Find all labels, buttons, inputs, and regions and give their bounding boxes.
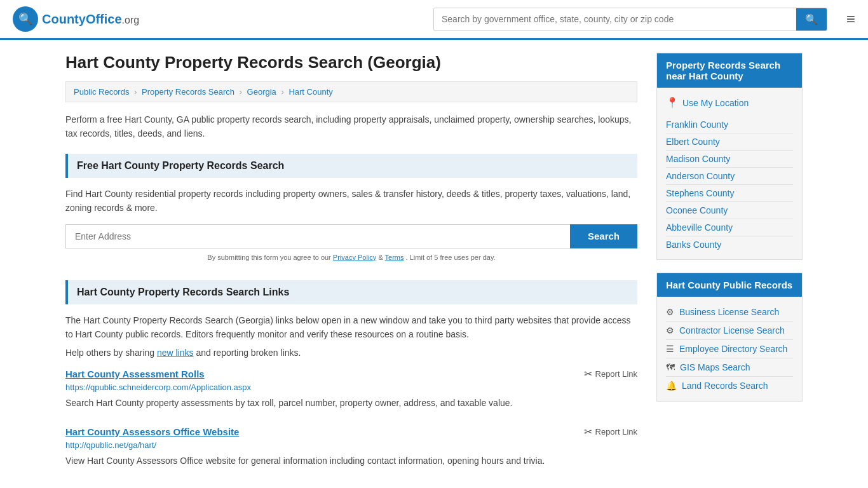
search-description: Find Hart County residential property re… <box>65 187 637 215</box>
record-link-title[interactable]: Hart County Assessors Office Website <box>65 426 239 437</box>
sidebar-contractor-license-link[interactable]: ⚙ Contractor License Search <box>666 322 793 340</box>
free-search-section: Free Hart County Property Records Search… <box>65 154 637 261</box>
sidebar-county-oconee[interactable]: Oconee County <box>666 202 793 219</box>
free-search-heading: Free Hart County Property Records Search <box>65 154 637 178</box>
sidebar-land-records-link[interactable]: 🔔 Land Records Search <box>666 377 793 395</box>
record-link-header: Hart County Assessment Rolls ✂ Report Li… <box>65 368 637 380</box>
header: 🔍 CountyOffice.org 🔍 ≡ <box>0 0 868 40</box>
breadcrumb-sep-2: › <box>240 87 242 97</box>
links-section-heading: Hart County Property Records Search Link… <box>65 280 637 304</box>
sidebar-county-stephens[interactable]: Stephens County <box>666 185 793 202</box>
form-disclaimer: By submitting this form you agree to our… <box>65 254 637 261</box>
sidebar-county-franklin[interactable]: Franklin County <box>666 116 793 133</box>
map-icon: 🗺 <box>666 362 675 372</box>
header-search-bar: 🔍 <box>433 8 827 31</box>
record-link-header: Hart County Assessors Office Website ✂ R… <box>65 426 637 438</box>
sidebar-county-anderson[interactable]: Anderson County <box>666 168 793 185</box>
record-link-url[interactable]: http://qpublic.net/ga/hart/ <box>65 440 637 450</box>
location-pin-icon: 📍 <box>666 97 679 109</box>
record-link-desc: Search Hart County property assessments … <box>65 396 637 410</box>
address-input[interactable] <box>65 224 570 248</box>
sidebar-business-license-link[interactable]: ⚙ Business License Search <box>666 303 793 322</box>
intro-text: Perform a free Hart County, GA public pr… <box>65 112 637 141</box>
sidebar-county-elbert[interactable]: Elbert County <box>666 133 793 151</box>
report-icon: ✂ <box>584 426 592 438</box>
report-link-button[interactable]: ✂ Report Link <box>584 426 637 438</box>
content-area: Hart County Property Records Search (Geo… <box>65 53 637 487</box>
public-records-box: Hart County Public Records ⚙ Business Li… <box>656 273 803 402</box>
gear-icon: ⚙ <box>666 307 674 317</box>
breadcrumb-sep-1: › <box>134 87 137 97</box>
report-link-button[interactable]: ✂ Report Link <box>584 368 637 380</box>
search-button[interactable]: Search <box>570 224 637 248</box>
breadcrumb-sep-3: › <box>281 87 283 97</box>
sidebar-county-banks[interactable]: Banks County <box>666 236 793 253</box>
sidebar-gis-maps-link[interactable]: 🗺 GIS Maps Search <box>666 358 793 377</box>
nearby-counties-heading: Property Records Search near Hart County <box>657 53 802 88</box>
new-links-link[interactable]: new links <box>157 348 194 358</box>
hamburger-menu-button[interactable]: ≡ <box>846 10 855 28</box>
nearby-counties-content: 📍 Use My Location Franklin County Elbert… <box>657 88 802 259</box>
terms-link[interactable]: Terms <box>385 254 404 261</box>
header-search-button[interactable]: 🔍 <box>796 8 827 30</box>
page-title: Hart County Property Records Search (Geo… <box>65 53 637 72</box>
record-link-item: Hart County Assessment Rolls ✂ Report Li… <box>65 368 637 410</box>
bell-icon: 🔔 <box>666 381 677 391</box>
main-container: Hart County Property Records Search (Geo… <box>53 40 815 488</box>
links-description: The Hart County Property Records Search … <box>65 313 637 342</box>
logo-icon: 🔍 <box>13 6 38 32</box>
logo-text: CountyOffice.org <box>42 12 139 27</box>
breadcrumb-hart-county[interactable]: Hart County <box>288 87 332 97</box>
sidebar-county-abbeville[interactable]: Abbeville County <box>666 219 793 236</box>
links-section: Hart County Property Records Search Link… <box>65 280 637 468</box>
gear-icon-2: ⚙ <box>666 325 674 336</box>
sidebar: Property Records Search near Hart County… <box>656 53 803 487</box>
breadcrumb-property-records-search[interactable]: Property Records Search <box>142 87 234 97</box>
address-form: Search <box>65 224 637 248</box>
links-share-text: Help others by sharing new links and rep… <box>65 348 637 358</box>
record-link-item: Hart County Assessors Office Website ✂ R… <box>65 426 637 468</box>
public-records-content: ⚙ Business License Search ⚙ Contractor L… <box>657 297 802 401</box>
list-icon: ☰ <box>666 344 674 354</box>
privacy-policy-link[interactable]: Privacy Policy <box>333 254 376 261</box>
sidebar-employee-directory-link[interactable]: ☰ Employee Directory Search <box>666 340 793 358</box>
breadcrumb-public-records[interactable]: Public Records <box>74 87 129 97</box>
breadcrumb: Public Records › Property Records Search… <box>65 81 637 102</box>
record-link-desc: View Hart County Assessors Office websit… <box>65 454 637 468</box>
record-link-url[interactable]: https://qpublic.schneidercorp.com/Applic… <box>65 383 637 392</box>
logo[interactable]: 🔍 CountyOffice.org <box>13 6 139 32</box>
report-icon: ✂ <box>584 368 592 380</box>
nearby-counties-box: Property Records Search near Hart County… <box>656 53 803 260</box>
breadcrumb-georgia[interactable]: Georgia <box>247 87 276 97</box>
sidebar-county-madison[interactable]: Madison County <box>666 151 793 168</box>
header-search-input[interactable] <box>434 9 796 29</box>
public-records-heading: Hart County Public Records <box>657 273 802 297</box>
svg-text:🔍: 🔍 <box>18 12 33 26</box>
use-my-location-button[interactable]: 📍 Use My Location <box>666 94 749 111</box>
record-link-title[interactable]: Hart County Assessment Rolls <box>65 369 205 379</box>
